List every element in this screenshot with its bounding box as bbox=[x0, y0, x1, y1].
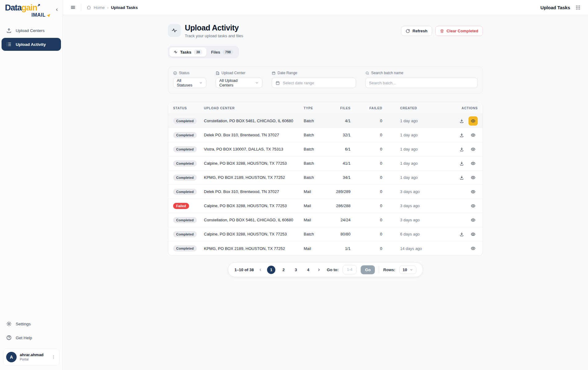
download-button[interactable] bbox=[457, 230, 466, 239]
download-icon bbox=[459, 161, 464, 166]
table-row[interactable]: Completed Constellation, PO BOX 5461, CH… bbox=[168, 213, 483, 227]
sidebar-item-upload-activity[interactable]: Upload Activity bbox=[2, 38, 61, 51]
table-row[interactable]: Failed Calpine, PO BOX 3288, HOUSTON, TX… bbox=[168, 199, 483, 213]
view-button[interactable] bbox=[468, 244, 478, 253]
rows-per-page-select[interactable]: 10 bbox=[399, 266, 416, 274]
status-select[interactable]: All Statuses bbox=[173, 78, 206, 88]
refresh-icon bbox=[406, 29, 410, 33]
date-range-input[interactable]: Select date range bbox=[272, 78, 356, 88]
next-page-button[interactable] bbox=[316, 268, 322, 272]
status-badge: Completed bbox=[173, 231, 197, 237]
download-button[interactable] bbox=[457, 159, 466, 168]
logo-subtitle: IMAIL bbox=[31, 12, 46, 18]
search-input[interactable] bbox=[369, 78, 474, 88]
download-button[interactable] bbox=[457, 173, 466, 182]
paper-plane-icon bbox=[46, 13, 51, 18]
view-button[interactable] bbox=[468, 173, 478, 182]
table-row[interactable]: Completed Calpine, PO BOX 3288, HOUSTON,… bbox=[168, 227, 483, 241]
tab-files[interactable]: Files 798 bbox=[207, 47, 237, 57]
sidebar-item-upload-centers[interactable]: Upload Centers bbox=[2, 24, 61, 37]
task-list-icon bbox=[6, 42, 12, 47]
created-cell: 1 day ago bbox=[382, 175, 433, 180]
page-header: Upload Activity Track your upload tasks … bbox=[168, 23, 483, 38]
failed-cell: 0 bbox=[351, 232, 382, 236]
download-icon bbox=[459, 119, 464, 123]
pagination: 1–10 of 38 1 2 3 4 Go to: Go Rows: 10 bbox=[228, 262, 423, 277]
eye-icon bbox=[471, 232, 476, 237]
topbar: Home › Upload Tasks Upload Tasks bbox=[63, 0, 588, 15]
view-button[interactable] bbox=[468, 230, 478, 239]
page-button-2[interactable]: 2 bbox=[279, 266, 288, 274]
chevron-down-icon bbox=[410, 268, 413, 271]
status-badge: Completed bbox=[173, 217, 197, 223]
table-row[interactable]: Completed Calpine, PO BOX 3288, HOUSTON,… bbox=[168, 156, 483, 171]
column-header: STATUS bbox=[173, 106, 204, 110]
sidebar-item-settings[interactable]: Settings bbox=[2, 317, 61, 330]
view-button[interactable] bbox=[468, 131, 478, 140]
activity-pulse-icon bbox=[173, 50, 178, 54]
download-button[interactable] bbox=[457, 131, 466, 140]
tab-tasks[interactable]: Tasks 38 bbox=[169, 47, 206, 57]
prev-page-button[interactable] bbox=[258, 268, 263, 272]
table-row[interactable]: Completed Vistra, PO BOX 130007, DALLAS,… bbox=[168, 142, 483, 156]
sidebar-item-get-help[interactable]: Get Help bbox=[2, 331, 61, 344]
logo-arrow-icon bbox=[37, 4, 40, 7]
sidebar-nav: Upload Centers Upload Activity bbox=[0, 21, 63, 52]
refresh-button[interactable]: Refresh bbox=[401, 26, 432, 36]
failed-cell: 0 bbox=[351, 218, 382, 222]
view-button[interactable] bbox=[468, 187, 478, 196]
type-cell: Batch bbox=[304, 119, 328, 123]
table-row[interactable]: Completed KPMG, PO BOX 2189, HOUSTON, TX… bbox=[168, 241, 483, 255]
upload-center-cell: KPMG, PO BOX 2189, HOUSTON, TX 77252 bbox=[204, 246, 304, 251]
page-button-3[interactable]: 3 bbox=[292, 266, 300, 274]
goto-page-input[interactable] bbox=[343, 265, 357, 274]
sidebar-collapse-button[interactable] bbox=[53, 6, 60, 13]
table-body: Completed Constellation, PO BOX 5461, CH… bbox=[168, 114, 483, 255]
clear-completed-button[interactable]: Clear Completed bbox=[435, 26, 483, 36]
status-badge: Completed bbox=[173, 175, 197, 181]
download-button[interactable] bbox=[457, 116, 466, 126]
upload-center-cell: Constellation, PO BOX 5461, CHICAGO, IL … bbox=[204, 218, 304, 222]
table-row[interactable]: Completed Delek PO. Box 310, Brentwood, … bbox=[168, 185, 483, 199]
help-circle-icon bbox=[6, 335, 12, 340]
view-button[interactable] bbox=[468, 145, 478, 154]
user-menu-button[interactable] bbox=[51, 354, 56, 360]
failed-cell: 0 bbox=[351, 161, 382, 166]
breadcrumb-home[interactable]: Home bbox=[94, 5, 105, 10]
filter-bar: Status All Statuses Upload Center All Up… bbox=[168, 66, 483, 94]
files-cell: 289/289 bbox=[328, 189, 351, 194]
download-button[interactable] bbox=[457, 145, 466, 154]
failed-cell: 0 bbox=[351, 203, 382, 208]
search-input-wrap bbox=[365, 78, 478, 88]
page-button-4[interactable]: 4 bbox=[304, 266, 312, 274]
tab-count-badge: 38 bbox=[194, 50, 202, 54]
status-badge: Completed bbox=[173, 189, 197, 195]
column-header: TYPE bbox=[304, 106, 328, 110]
apps-grid-button[interactable] bbox=[575, 5, 581, 10]
table-row[interactable]: Completed KPMG, PO BOX 2189, HOUSTON, TX… bbox=[168, 171, 483, 185]
table-row[interactable]: Completed Constellation, PO BOX 5461, CH… bbox=[168, 114, 483, 128]
building-icon bbox=[216, 71, 220, 75]
view-button[interactable] bbox=[468, 201, 478, 211]
page-title: Upload Activity bbox=[185, 23, 243, 32]
view-button[interactable] bbox=[468, 215, 478, 225]
pagination-summary: 1–10 of 38 bbox=[234, 267, 254, 272]
created-cell: 1 day ago bbox=[382, 147, 433, 151]
eye-icon bbox=[471, 218, 476, 223]
upload-center-cell: KPMG, PO BOX 2189, HOUSTON, TX 77252 bbox=[204, 175, 304, 180]
goto-label: Go to: bbox=[327, 267, 339, 272]
upload-center-select[interactable]: All Upload Centers bbox=[216, 78, 262, 88]
view-button[interactable] bbox=[468, 116, 478, 126]
page-button-1[interactable]: 1 bbox=[267, 266, 275, 274]
go-button[interactable]: Go bbox=[361, 265, 375, 274]
table-row[interactable]: Completed Delek PO. Box 310, Brentwood, … bbox=[168, 128, 483, 142]
hamburger-button[interactable] bbox=[70, 5, 76, 10]
user-card[interactable]: A ahrar.ahmad Portal bbox=[3, 348, 59, 366]
view-button[interactable] bbox=[468, 159, 478, 168]
type-cell: Batch bbox=[304, 147, 328, 151]
kebab-icon bbox=[51, 355, 56, 359]
upload-center-cell: Delek PO. Box 310, Brentwood, TN 37027 bbox=[204, 189, 304, 194]
apps-grid-icon bbox=[575, 5, 581, 10]
type-cell: Mail bbox=[304, 218, 328, 222]
chevron-right-icon bbox=[317, 268, 321, 272]
